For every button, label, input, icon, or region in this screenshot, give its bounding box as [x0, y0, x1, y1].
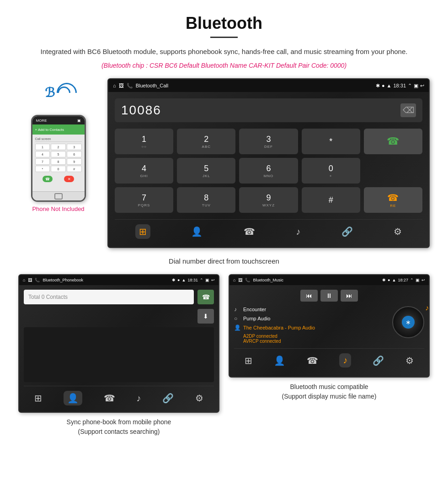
key-3[interactable]: 3 DEF: [239, 129, 298, 154]
phone-key-4[interactable]: 4: [35, 151, 50, 157]
key-3-main: 3: [266, 135, 271, 144]
music-info: ♪ Encounter ○ Pump Audio 👤 The Cheebacab…: [234, 306, 424, 344]
phone-key-1[interactable]: 1: [35, 144, 50, 150]
home-icon[interactable]: ⌂: [113, 83, 116, 88]
mu-signal: ▲: [392, 278, 396, 282]
description-text: Integrated with BC6 Bluetooth module, su…: [18, 46, 430, 57]
key-call-orange[interactable]: ☎ RE: [364, 187, 422, 213]
pb-signal: ▲: [182, 278, 186, 282]
key-6[interactable]: 6 MNO: [239, 158, 298, 184]
window-icon[interactable]: ▣: [414, 83, 418, 89]
toolbar-link-icon[interactable]: 🔗: [341, 226, 353, 237]
phone-home-button[interactable]: [54, 193, 63, 200]
key-9[interactable]: 9 WXYZ: [239, 187, 298, 213]
mu-toolbar-link[interactable]: 🔗: [373, 355, 384, 366]
pb-toolbar-call[interactable]: ☎: [104, 393, 115, 404]
key-7[interactable]: 7 PQRS: [115, 187, 173, 213]
call-orange-icon: ☎: [387, 192, 399, 203]
phone-end-btn[interactable]: ✕: [64, 176, 74, 182]
phone-key-5[interactable]: 5: [51, 151, 66, 157]
phone-status-carrier: MORE: [36, 119, 47, 123]
mu-toolbar-contacts[interactable]: 👤: [274, 355, 285, 366]
mu-home-icon: ⌂: [233, 278, 235, 282]
phone-bottom-row: ☎ ✕: [35, 174, 82, 184]
music-caption: Bluetooth music compatible(Support displ…: [282, 382, 377, 401]
mu-img-icon: 🖼: [238, 278, 242, 282]
music-play-button[interactable]: ⏸: [320, 290, 338, 302]
back-icon[interactable]: ↩: [420, 83, 424, 89]
mu-toolbar-call[interactable]: ☎: [307, 355, 318, 366]
vinyl-circle: ∗: [392, 306, 424, 338]
key-5[interactable]: 5 JKL: [177, 158, 235, 184]
pb-home-icon: ⌂: [23, 278, 25, 282]
phone-key-9[interactable]: 9: [67, 158, 82, 165]
music-controls: ⏮ ⏸ ⏭: [234, 290, 424, 302]
toolbar-settings-icon[interactable]: ⚙: [394, 226, 402, 237]
pb-toolbar-music[interactable]: ♪: [136, 393, 141, 404]
mu-toolbar-keypad[interactable]: ⊞: [245, 355, 252, 366]
phone-call-btn[interactable]: ☎: [43, 176, 53, 182]
mu-call-icon: 📞: [245, 278, 250, 282]
mu-screen-title: Bluetooth_Music: [253, 278, 283, 282]
pb-toolbar-settings[interactable]: ⚙: [195, 393, 203, 404]
pb-expand: ⌃: [200, 278, 203, 282]
signal-arc-2: [52, 79, 80, 107]
phone-key-2[interactable]: 2: [51, 144, 66, 150]
backspace-button[interactable]: ⌫: [400, 103, 416, 117]
phone-key-0[interactable]: 0: [51, 166, 66, 172]
pb-toolbar-link[interactable]: 🔗: [162, 393, 174, 404]
mu-toolbar-music[interactable]: ♪: [339, 353, 351, 367]
key-hash[interactable]: #: [302, 187, 360, 213]
phone-key-star[interactable]: *: [35, 166, 50, 172]
main-content: ℬ MORE ▣ + Add to Contacts Call screen: [18, 78, 430, 248]
pb-call-icon: 📞: [35, 278, 40, 282]
key-1[interactable]: 1 ○○: [115, 129, 173, 154]
specs-line: (Bluetooth chip : CSR BC6 Default Blueto…: [18, 62, 430, 69]
key-star[interactable]: *: [302, 129, 360, 154]
key-call-green[interactable]: ☎: [364, 129, 422, 154]
mu-window: ▣: [416, 278, 420, 282]
dialer-input-row: 10086 ⌫: [115, 98, 422, 122]
phonebook-section: ⌂ 🖼 📞 Bluetooth_Phonebook ✱ ● ▲ 18:31 ⌃ …: [18, 274, 219, 437]
pb-toolbar-contacts[interactable]: 👤: [64, 391, 82, 405]
phonebook-status-bar: ⌂ 🖼 📞 Bluetooth_Phonebook ✱ ● ▲ 18:31 ⌃ …: [19, 275, 219, 285]
music-track-1: ♪ Encounter: [234, 306, 389, 313]
key-5-sub: JKL: [203, 174, 210, 178]
key-2[interactable]: 2 ABC: [177, 129, 235, 154]
key-0-sub: +: [330, 174, 332, 178]
screen-title: Bluetooth_Call: [136, 83, 169, 88]
toolbar-keypad-icon[interactable]: ⊞: [135, 224, 150, 239]
toolbar-call-icon[interactable]: ☎: [244, 226, 255, 237]
key-4[interactable]: 4 GHI: [115, 158, 173, 184]
status-left: ⌂ 🖼 📞 Bluetooth_Call: [113, 83, 168, 89]
key-8[interactable]: 8 TUV: [177, 187, 235, 213]
pb-search-box[interactable]: Total 0 Contacts: [24, 290, 194, 304]
key-0[interactable]: 0 +: [302, 158, 360, 184]
phone-key-6[interactable]: 6: [67, 151, 82, 157]
phone-key-3[interactable]: 3: [67, 144, 82, 150]
toolbar-contacts-icon[interactable]: 👤: [191, 226, 203, 237]
music-track-3: 👤 The Cheebacabra - Pump Audio: [234, 324, 389, 331]
phone-key-7[interactable]: 7: [35, 158, 50, 165]
status-right: ✱ ● ▲ 18:31 ⌃ ▣ ↩: [376, 83, 424, 89]
mu-status-right: ✱ ● ▲ 18:27 ⌃ ▣ ↩: [382, 278, 425, 282]
phone-home-bar: [32, 191, 85, 200]
pb-toolbar-keypad[interactable]: ⊞: [34, 393, 42, 404]
bluetooth-status-icon: ✱: [376, 83, 380, 89]
mu-toolbar-settings[interactable]: ⚙: [405, 355, 414, 366]
bluetooth-vinyl-icon: ∗: [402, 316, 415, 329]
phone-key-8[interactable]: 8: [51, 158, 66, 165]
track-1-name: Encounter: [243, 307, 266, 312]
phone-key-hash[interactable]: #: [67, 166, 82, 172]
music-prev-button[interactable]: ⏮: [300, 290, 318, 302]
phone-not-included-label: Phone Not Included: [32, 205, 84, 212]
image-icon: 🖼: [119, 83, 124, 88]
pb-download-button[interactable]: ⬇: [197, 309, 214, 324]
mu-bt-icon: ✱: [382, 278, 386, 282]
toolbar-music-icon[interactable]: ♪: [296, 227, 300, 237]
expand-icon[interactable]: ⌃: [408, 83, 412, 89]
phonebook-caption: Sync phone-book from mobile phone(Suppor…: [67, 417, 171, 437]
pb-call-button[interactable]: ☎: [197, 290, 214, 304]
music-next-button[interactable]: ⏭: [341, 290, 358, 302]
key-0-main: 0: [329, 164, 333, 173]
